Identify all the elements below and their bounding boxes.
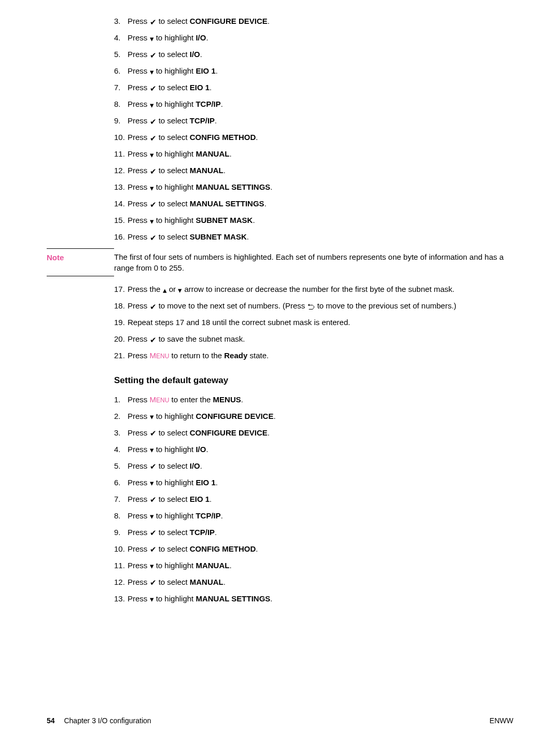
list-item: 11.Press ▾ to highlight MANUAL. [114, 560, 513, 571]
step-number: 6. [114, 65, 128, 76]
step-number: 10. [114, 543, 128, 554]
down-icon: ▾ [150, 217, 154, 225]
step-number: 7. [114, 494, 128, 504]
step-text: Press ▾ to highlight MANUAL SETTINGS. [128, 181, 513, 192]
step-19: 19. Repeat steps 17 and 18 until the cor… [114, 317, 513, 328]
back-icon: ⮌ [307, 303, 315, 311]
list-item: 5.Press ✔ to select I/O. [114, 460, 513, 471]
check-icon: ✔ [150, 85, 157, 92]
list-item: 16.Press ✔ to select SUBNET MASK. [114, 231, 513, 242]
step-20: 20. Press ✔ to save the subnet mask. [114, 333, 513, 344]
step-text: Press ▾ to highlight TCP/IP. [128, 510, 513, 521]
step-number: 1. [114, 394, 128, 405]
step-number: 21. [114, 350, 128, 361]
step-number: 6. [114, 477, 128, 488]
note-label: Note [47, 248, 114, 276]
check-icon: ✔ [150, 234, 157, 242]
list-item: 7.Press ✔ to select EIO 1. [114, 494, 513, 504]
step-number: 11. [114, 560, 128, 571]
menu-key: MENU [150, 351, 170, 360]
step-number: 9. [114, 115, 128, 126]
down-icon: ▾ [150, 101, 154, 109]
note-body: The first of four sets of numbers is hig… [114, 248, 513, 276]
step-text: Press ✔ to select TCP/IP. [128, 527, 513, 538]
step-text: Press ✔ to select CONFIG METHOD. [128, 543, 513, 554]
check-icon: ✔ [150, 134, 157, 142]
check-icon: ✔ [150, 18, 157, 26]
step-text: Press ✔ to select TCP/IP. [128, 115, 513, 126]
step-number: 4. [114, 32, 128, 43]
step-text: Repeat steps 17 and 18 until the correct… [128, 317, 513, 328]
list-item: 12.Press ✔ to select MANUAL. [114, 165, 513, 176]
footer-right: ENWW [489, 716, 513, 726]
down-icon: ▾ [150, 512, 154, 520]
step-number: 11. [114, 148, 128, 159]
list-item: 14.Press ✔ to select MANUAL SETTINGS. [114, 198, 513, 209]
step-number: 7. [114, 82, 128, 93]
list-item: 2.Press ▾ to highlight CONFIGURE DEVICE. [114, 411, 513, 421]
instruction-list-1: 3.Press ✔ to select CONFIGURE DEVICE.4.P… [114, 16, 513, 242]
down-icon: ▾ [150, 413, 154, 420]
step-number: 8. [114, 510, 128, 521]
down-icon: ▾ [150, 184, 154, 192]
step-number: 12. [114, 165, 128, 176]
step-21: 21. Press MENU to return to the Ready st… [114, 350, 513, 361]
list-item: 3.Press ✔ to select CONFIGURE DEVICE. [114, 427, 513, 438]
up-arrow-icon: ▴ [163, 286, 167, 294]
step-text: Press ✔ to select SUBNET MASK. [128, 231, 513, 242]
step-number: 19. [114, 317, 128, 328]
check-icon: ✔ [150, 545, 157, 553]
step-number: 14. [114, 198, 128, 209]
check-icon: ✔ [150, 201, 157, 208]
check-icon: ✔ [150, 51, 157, 59]
step-number: 17. [114, 284, 128, 294]
list-item: 3.Press ✔ to select CONFIGURE DEVICE. [114, 16, 513, 26]
step-text: Press ▾ to highlight SUBNET MASK. [128, 215, 513, 226]
step-number: 8. [114, 99, 128, 109]
step-number: 5. [114, 49, 128, 60]
list-item: 7.Press ✔ to select EIO 1. [114, 82, 513, 93]
step-number: 3. [114, 427, 128, 438]
step-text: Press ✔ to select CONFIGURE DEVICE. [128, 16, 513, 26]
list-item: 13.Press ▾ to highlight MANUAL SETTINGS. [114, 181, 513, 192]
step-text: Press ▾ to highlight CONFIGURE DEVICE. [128, 411, 513, 421]
check-icon: ✔ [150, 167, 157, 175]
step-text: Press ✔ to save the subnet mask. [128, 333, 513, 344]
down-icon: ▾ [150, 595, 154, 603]
step-number: 5. [114, 460, 128, 471]
down-icon: ▾ [150, 446, 154, 454]
chapter-label: Chapter 3 I/O configuration [64, 716, 151, 725]
step-number: 13. [114, 593, 128, 604]
step-text: Press ▾ to highlight MANUAL. [128, 148, 513, 159]
list-item: 4.Press ▾ to highlight I/O. [114, 32, 513, 43]
list-item: 8.Press ▾ to highlight TCP/IP. [114, 99, 513, 109]
menu-key: MENU [150, 395, 170, 404]
step-text: Press ✔ to select EIO 1. [128, 82, 513, 93]
step-text: Press ▾ to highlight I/O. [128, 32, 513, 43]
down-icon: ▾ [150, 35, 154, 43]
step-18: 18. Press ✔ to move to the next set of n… [114, 300, 513, 311]
step-text: Press MENU to return to the Ready state. [128, 350, 513, 361]
check-icon: ✔ [150, 336, 157, 344]
list-item: 1.Press MENU to enter the MENUS. [114, 394, 513, 405]
step-text: Press MENU to enter the MENUS. [128, 394, 513, 405]
step-number: 12. [114, 577, 128, 587]
list-item: 11.Press ▾ to highlight MANUAL. [114, 148, 513, 159]
list-item: 8.Press ▾ to highlight TCP/IP. [114, 510, 513, 521]
step-text: Press ▾ to highlight TCP/IP. [128, 99, 513, 109]
footer-left: 54 Chapter 3 I/O configuration [47, 716, 151, 726]
step-text: Press ✔ to select MANUAL. [128, 577, 513, 587]
list-item: 6.Press ▾ to highlight EIO 1. [114, 477, 513, 488]
step-text: Press ▾ to highlight MANUAL SETTINGS. [128, 593, 513, 604]
page-number: 54 [47, 716, 55, 725]
step-text: Press ✔ to select I/O. [128, 460, 513, 471]
list-item: 13.Press ▾ to highlight MANUAL SETTINGS. [114, 593, 513, 604]
section-heading-default-gateway: Setting the default gateway [114, 374, 513, 387]
list-item: 6.Press ▾ to highlight EIO 1. [114, 65, 513, 76]
step-number: 3. [114, 16, 128, 26]
step-text: Press the ▴ or ▾ arrow to increase or de… [128, 284, 513, 294]
check-icon: ✔ [150, 429, 157, 437]
check-icon: ✔ [150, 579, 157, 586]
step-text: Press ✔ to select MANUAL SETTINGS. [128, 198, 513, 209]
step-text: Press ▾ to highlight I/O. [128, 444, 513, 455]
